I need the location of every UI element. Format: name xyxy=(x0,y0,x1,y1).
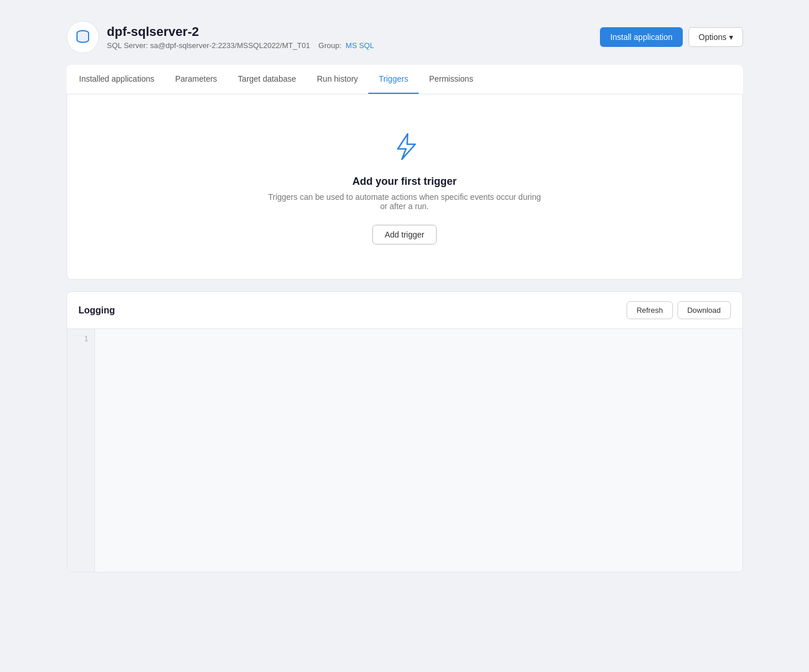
chevron-down-icon: ▾ xyxy=(729,32,733,42)
logging-section: Logging Refresh Download 1 xyxy=(67,291,743,572)
subtitle-text: SQL Server: sa@dpf-sqlserver-2:2233/MSSQ… xyxy=(107,41,310,50)
page-title: dpf-sqlserver-2 xyxy=(107,24,374,39)
options-label: Options xyxy=(698,32,726,42)
trigger-empty-title: Add your first trigger xyxy=(352,176,456,188)
logging-title: Logging xyxy=(79,305,115,316)
logging-header: Logging Refresh Download xyxy=(67,292,742,328)
lightning-icon xyxy=(387,129,422,164)
group-link[interactable]: MS SQL xyxy=(346,41,374,50)
tab-run-history[interactable]: Run history xyxy=(306,65,368,94)
tab-installed-applications[interactable]: Installed applications xyxy=(69,65,165,94)
header-info: dpf-sqlserver-2 SQL Server: sa@dpf-sqlse… xyxy=(107,24,374,50)
header-actions: Install application Options ▾ xyxy=(600,27,743,47)
log-line-number-1: 1 xyxy=(67,334,94,345)
header-left: dpf-sqlserver-2 SQL Server: sa@dpf-sqlse… xyxy=(67,21,374,53)
logging-actions: Refresh Download xyxy=(627,301,730,319)
tab-parameters[interactable]: Parameters xyxy=(164,65,227,94)
log-line-numbers: 1 xyxy=(67,329,95,572)
refresh-button[interactable]: Refresh xyxy=(627,301,673,319)
database-icon xyxy=(74,28,92,46)
content-area: Add your first trigger Triggers can be u… xyxy=(67,94,743,280)
tab-target-database[interactable]: Target database xyxy=(228,65,306,94)
page-header: dpf-sqlserver-2 SQL Server: sa@dpf-sqlse… xyxy=(67,12,743,65)
options-button[interactable]: Options ▾ xyxy=(689,27,742,47)
db-icon-circle xyxy=(67,21,99,53)
log-area: 1 xyxy=(67,328,742,572)
subtitle-group-pre: Group: xyxy=(319,41,342,50)
header-subtitle: SQL Server: sa@dpf-sqlserver-2:2233/MSSQ… xyxy=(107,41,374,50)
tab-permissions[interactable]: Permissions xyxy=(419,65,484,94)
tab-triggers[interactable]: Triggers xyxy=(368,65,419,94)
download-button[interactable]: Download xyxy=(678,301,731,319)
install-application-button[interactable]: Install application xyxy=(600,27,683,47)
trigger-empty-description: Triggers can be used to automate actions… xyxy=(266,192,544,211)
log-content xyxy=(95,329,742,572)
trigger-empty-state: Add your first trigger Triggers can be u… xyxy=(67,94,742,279)
tabs-bar: Installed applications Parameters Target… xyxy=(67,65,743,94)
add-trigger-button[interactable]: Add trigger xyxy=(372,225,436,244)
trigger-icon xyxy=(387,129,422,166)
